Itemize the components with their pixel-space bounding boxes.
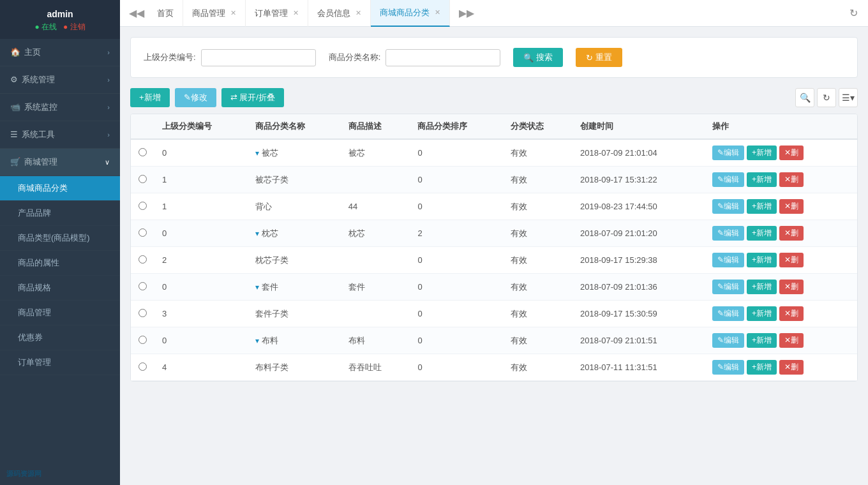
sidebar-item-home[interactable]: 🏠主页 ›: [0, 39, 120, 66]
row-status-6: 有效: [503, 301, 572, 327]
chevron-shop-mgmt: ∨: [105, 158, 110, 167]
row-actions-6: ✎编辑 +新增 ✕删: [705, 301, 857, 327]
table-columns-btn[interactable]: ☰▾: [839, 88, 858, 107]
tab-close-product[interactable]: ✕: [230, 9, 236, 17]
col-status: 分类状态: [503, 114, 572, 139]
row-created-3: 2018-07-09 21:01:20: [572, 220, 705, 247]
row-status-2: 有效: [503, 193, 572, 220]
tab-close-member[interactable]: ✕: [355, 9, 361, 17]
search-button[interactable]: 🔍 搜索: [513, 48, 563, 67]
row-radio-1[interactable]: [131, 167, 154, 193]
row-actions-2: ✎编辑 +新增 ✕删: [705, 193, 857, 220]
tab-order-mgmt[interactable]: 订单管理 ✕: [246, 0, 308, 27]
table-search-btn[interactable]: 🔍: [795, 88, 814, 107]
row-name-4: 枕芯子类: [248, 247, 341, 274]
row-add-btn-0[interactable]: +新增: [747, 146, 777, 160]
row-sort-3: 2: [410, 220, 503, 247]
sidebar-item-system-monitor[interactable]: 📹系统监控 ›: [0, 94, 120, 121]
sidebar-item-system-mgmt[interactable]: ⚙系统管理 ›: [0, 66, 120, 94]
row-edit-btn-3[interactable]: ✎编辑: [712, 226, 744, 241]
row-del-btn-1[interactable]: ✕删: [779, 172, 804, 187]
sidebar-item-system-tools[interactable]: ☰系统工具 ›: [0, 121, 120, 149]
row-desc-3: 枕芯: [341, 220, 410, 247]
watermark: 源码资源网: [6, 469, 41, 479]
row-status-7: 有效: [503, 327, 572, 354]
row-radio-6[interactable]: [131, 301, 154, 327]
row-radio-5[interactable]: [131, 274, 154, 301]
sidebar-item-order-mgmt[interactable]: 订单管理: [0, 350, 120, 375]
sidebar-item-coupon[interactable]: 优惠券: [0, 325, 120, 350]
tab-reload-btn[interactable]: ↻: [844, 7, 863, 19]
row-sort-6: 0: [410, 301, 503, 327]
tab-shop-category[interactable]: 商城商品分类 ✕: [371, 0, 450, 27]
row-sort-1: 0: [410, 167, 503, 193]
row-name-0: ▾被芯: [248, 139, 341, 167]
row-edit-btn-6[interactable]: ✎编辑: [712, 306, 744, 321]
table-row: 0 ▾套件 套件 0 有效 2018-07-09 21:01:36 ✎编辑 +新…: [131, 274, 857, 301]
row-actions-8: ✎编辑 +新增 ✕删: [705, 354, 857, 381]
row-del-btn-3[interactable]: ✕删: [779, 226, 804, 241]
tab-member-info[interactable]: 会员信息 ✕: [308, 0, 371, 27]
row-del-btn-6[interactable]: ✕删: [779, 306, 804, 321]
tab-next-btn[interactable]: ▶▶: [455, 7, 478, 19]
sidebar-item-product-spec[interactable]: 商品规格: [0, 276, 120, 301]
sidebar-item-product-type[interactable]: 商品类型(商品模型): [0, 226, 120, 251]
reset-button[interactable]: ↻ 重置: [576, 48, 622, 67]
row-del-btn-4[interactable]: ✕删: [779, 253, 804, 267]
row-radio-7[interactable]: [131, 327, 154, 354]
tools-icon: ☰: [10, 130, 18, 139]
sidebar-item-product-attr[interactable]: 商品的属性: [0, 251, 120, 276]
category-name-field: 商品分类名称:: [329, 49, 501, 66]
parent-id-input[interactable]: [201, 49, 316, 66]
row-add-btn-6[interactable]: +新增: [747, 306, 777, 321]
row-del-btn-0[interactable]: ✕删: [779, 146, 804, 160]
sidebar-item-shop-mgmt[interactable]: 🛒商城管理 ∨: [0, 149, 120, 176]
row-edit-btn-8[interactable]: ✎编辑: [712, 360, 744, 375]
row-del-btn-2[interactable]: ✕删: [779, 199, 804, 214]
row-desc-8: 吞吞吐吐: [341, 354, 410, 381]
row-name-7: ▾布料: [248, 327, 341, 354]
logout-status[interactable]: ● 注销: [63, 22, 86, 33]
row-add-btn-1[interactable]: +新增: [747, 172, 777, 187]
tab-home[interactable]: 首页: [148, 0, 183, 27]
sidebar-item-product-mgmt[interactable]: 商品管理: [0, 301, 120, 325]
row-add-btn-2[interactable]: +新增: [747, 199, 777, 214]
expand-button[interactable]: ⇄ 展开/折叠: [221, 88, 284, 107]
row-edit-btn-4[interactable]: ✎编辑: [712, 253, 744, 267]
row-radio-8[interactable]: [131, 354, 154, 381]
row-edit-btn-1[interactable]: ✎编辑: [712, 172, 744, 187]
row-edit-btn-5[interactable]: ✎编辑: [712, 280, 744, 294]
sidebar-item-product-brand[interactable]: 产品品牌: [0, 201, 120, 226]
table-row: 4 布料子类 吞吞吐吐 0 有效 2018-07-11 11:31:51 ✎编辑…: [131, 354, 857, 381]
tab-prev-btn[interactable]: ◀◀: [125, 7, 148, 19]
row-sort-4: 0: [410, 247, 503, 274]
table-refresh-btn[interactable]: ↻: [817, 88, 836, 107]
tab-close-shop-category[interactable]: ✕: [435, 8, 440, 17]
row-edit-btn-0[interactable]: ✎编辑: [712, 146, 744, 160]
sidebar-item-shop-category[interactable]: 商城商品分类: [0, 176, 120, 201]
row-edit-btn-2[interactable]: ✎编辑: [712, 199, 744, 214]
row-add-btn-8[interactable]: +新增: [747, 360, 777, 375]
row-del-btn-7[interactable]: ✕删: [779, 333, 804, 348]
row-add-btn-4[interactable]: +新增: [747, 253, 777, 267]
row-del-btn-8[interactable]: ✕删: [779, 360, 804, 375]
row-radio-4[interactable]: [131, 247, 154, 274]
row-add-btn-5[interactable]: +新增: [747, 280, 777, 294]
row-parent-id-1: 1: [154, 167, 248, 193]
row-created-6: 2018-09-17 15:30:59: [572, 301, 705, 327]
row-add-btn-3[interactable]: +新增: [747, 226, 777, 241]
category-name-input[interactable]: [385, 49, 500, 66]
row-radio-0[interactable]: [131, 139, 154, 167]
tab-product-mgmt[interactable]: 商品管理 ✕: [183, 0, 246, 27]
add-button[interactable]: +新增: [130, 88, 170, 107]
row-del-btn-5[interactable]: ✕删: [779, 280, 804, 294]
tab-close-order[interactable]: ✕: [293, 9, 299, 17]
row-edit-btn-7[interactable]: ✎编辑: [712, 333, 744, 348]
row-radio-3[interactable]: [131, 220, 154, 247]
edit-button[interactable]: ✎修改: [175, 88, 216, 107]
row-parent-id-2: 1: [154, 193, 248, 220]
chevron-home: ›: [107, 48, 110, 56]
row-radio-2[interactable]: [131, 193, 154, 220]
row-add-btn-7[interactable]: +新增: [747, 333, 777, 348]
online-status: ● 在线: [34, 22, 57, 33]
